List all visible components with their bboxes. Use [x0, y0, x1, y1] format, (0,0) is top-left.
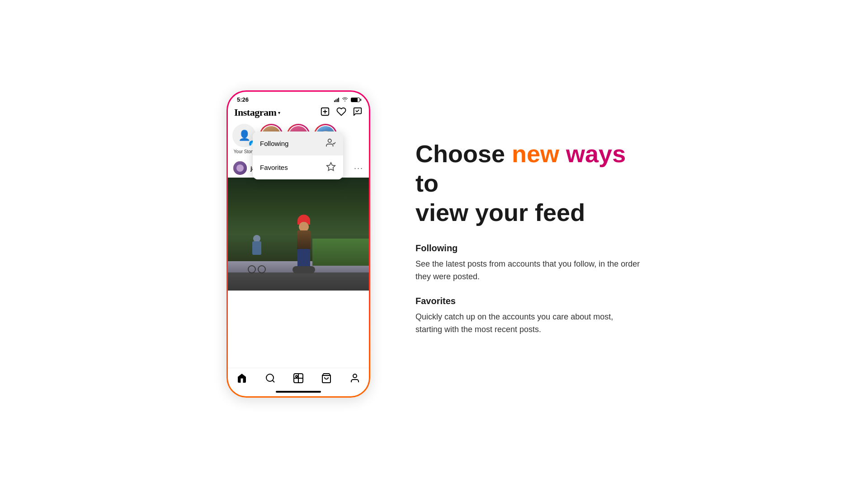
wifi-icon — [342, 97, 348, 103]
new-post-icon[interactable] — [320, 107, 330, 118]
dropdown-item-following[interactable]: Following — [253, 131, 343, 155]
ig-logo-area[interactable]: Instagram ▾ — [234, 107, 280, 118]
bottom-nav — [228, 368, 369, 387]
messenger-icon[interactable] — [353, 107, 363, 118]
ig-header: Instagram ▾ — [228, 105, 369, 122]
svg-point-10 — [353, 374, 357, 378]
dropdown-menu: Following Favorites — [253, 131, 343, 179]
dropdown-item-favorites[interactable]: Favorites — [253, 155, 343, 179]
reels-nav-icon[interactable] — [293, 373, 304, 385]
page-container: 5:26 — [0, 0, 868, 488]
story-label-yours: Your Story — [234, 149, 255, 154]
dropdown-favorites-label: Favorites — [260, 164, 288, 171]
signal-bars-icon — [334, 98, 339, 102]
headline-space — [559, 140, 566, 167]
more-options-icon[interactable]: ··· — [354, 164, 363, 173]
home-indicator-bar — [276, 391, 321, 393]
profile-nav-icon[interactable] — [349, 373, 360, 385]
svg-point-3 — [328, 139, 331, 142]
ig-header-icons — [320, 107, 363, 118]
headline-new: new — [512, 140, 559, 167]
favorites-desc: Quickly catch up on the accounts you car… — [415, 311, 642, 336]
home-nav-icon[interactable] — [236, 373, 247, 385]
text-content: Choose new ways to view your feed Follow… — [415, 139, 642, 349]
status-time: 5:26 — [237, 96, 249, 103]
following-title: Following — [415, 243, 642, 253]
star-icon — [326, 162, 336, 173]
ig-logo: Instagram — [234, 107, 276, 118]
phone-screen: 5:26 — [228, 92, 369, 396]
svg-point-8 — [296, 375, 297, 377]
following-icon — [326, 138, 336, 149]
following-desc: See the latest posts from accounts that … — [415, 258, 642, 283]
headline-ways: ways — [566, 140, 626, 167]
headline-part1: Choose — [415, 140, 512, 167]
headline-part2: to — [415, 169, 439, 197]
headline: Choose new ways to view your feed — [415, 139, 642, 227]
favorites-title: Favorites — [415, 296, 642, 306]
dropdown-following-label: Following — [260, 140, 288, 147]
home-indicator — [228, 387, 369, 396]
status-bar: 5:26 — [228, 92, 369, 105]
svg-line-6 — [272, 380, 274, 382]
status-icons — [334, 97, 360, 103]
shop-nav-icon[interactable] — [321, 373, 332, 385]
post-avatar — [233, 161, 247, 175]
svg-point-5 — [266, 374, 274, 381]
battery-icon — [351, 98, 360, 102]
post-image — [228, 178, 369, 291]
chevron-down-icon: ▾ — [278, 110, 280, 115]
phone-mockup: 5:26 — [226, 90, 370, 398]
headline-line2: view your feed — [415, 199, 585, 226]
svg-marker-4 — [327, 163, 335, 170]
heart-icon[interactable] — [336, 107, 346, 118]
search-nav-icon[interactable] — [265, 373, 276, 385]
feature-favorites: Favorites Quickly catch up on the accoun… — [415, 296, 642, 336]
feature-following: Following See the latest posts from acco… — [415, 243, 642, 283]
